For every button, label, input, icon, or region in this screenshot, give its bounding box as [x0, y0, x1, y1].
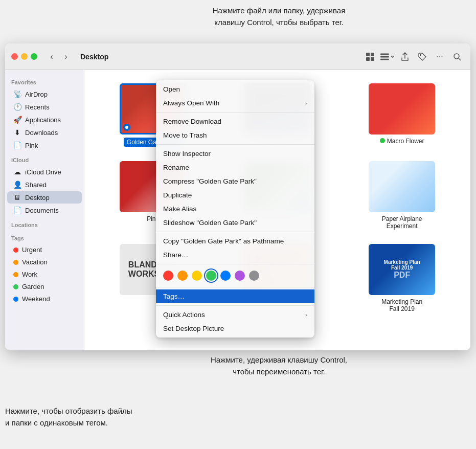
- color-orange[interactable]: [177, 271, 188, 281]
- icon-view-button[interactable]: [363, 50, 377, 64]
- ctx-show-inspector[interactable]: Show Inspector: [156, 147, 314, 161]
- ctx-section-quick: Quick Actions › Set Desktop Picture: [156, 306, 314, 338]
- svg-rect-2: [366, 57, 370, 61]
- ctx-section-colors: [156, 264, 314, 287]
- icloud-drive-icon: ☁: [13, 168, 21, 176]
- more-button[interactable]: ···: [433, 50, 447, 64]
- sidebar-item-label: Urgent: [22, 246, 42, 254]
- color-green[interactable]: [206, 271, 216, 281]
- selected-badge: [123, 124, 130, 131]
- sidebar-item-icloud-drive[interactable]: ☁ iCloud Drive: [7, 166, 82, 178]
- weekend-tag-dot: [13, 297, 18, 302]
- search-button[interactable]: [450, 50, 464, 64]
- sidebar-item-downloads[interactable]: ⬇ Downloads: [7, 126, 82, 139]
- color-red[interactable]: [163, 271, 173, 281]
- sidebar-item-label: AirDrop: [25, 91, 48, 98]
- icloud-label: iCloud: [5, 152, 84, 165]
- tags-label: Tags: [5, 230, 84, 243]
- desktop-icon: 🖥: [13, 193, 21, 201]
- sidebar-item-desktop[interactable]: 🖥 Desktop: [7, 191, 82, 204]
- locations-label: Locations: [5, 217, 84, 230]
- svg-point-7: [454, 54, 459, 59]
- ctx-section-open: Open Always Open With ›: [156, 80, 314, 113]
- svg-rect-5: [380, 56, 389, 57]
- ctx-share[interactable]: Share…: [156, 248, 314, 262]
- finder-body: Favorites 📡 AirDrop 🕐 Recents 🚀 Applicat…: [5, 70, 470, 350]
- ctx-compress[interactable]: Compress "Golden Gate Park": [156, 174, 314, 188]
- sidebar-item-label: iCloud Drive: [25, 168, 61, 176]
- sidebar-item-label: Downloads: [25, 129, 58, 137]
- color-gray[interactable]: [249, 271, 259, 281]
- ctx-move-to-trash[interactable]: Move to Trash: [156, 128, 314, 142]
- ctx-colors-row: [156, 266, 314, 285]
- annotation-bottom-left: Нажмите, чтобы отобразить файлы и папки …: [5, 406, 476, 429]
- sidebar-item-label: Pink: [25, 142, 38, 149]
- sidebar-item-label: Documents: [25, 207, 59, 214]
- file-label: Macro Flower: [380, 138, 424, 145]
- ctx-section-share: Copy "Golden Gate Park" as Pathname Shar…: [156, 232, 314, 264]
- urgent-tag-dot: [13, 248, 18, 253]
- svg-rect-6: [380, 58, 389, 60]
- sidebar-item-work[interactable]: Work: [7, 268, 82, 280]
- close-button[interactable]: [11, 53, 18, 60]
- svg-rect-4: [380, 53, 389, 55]
- ctx-make-alias[interactable]: Make Alias: [156, 202, 314, 216]
- ctx-tags[interactable]: Tags…: [156, 289, 314, 303]
- sidebar-item-shared[interactable]: 👤 Shared: [7, 178, 82, 191]
- minimize-button[interactable]: [21, 53, 28, 60]
- sidebar-item-label: Recents: [25, 103, 50, 111]
- submenu-arrow-icon: ›: [305, 311, 307, 319]
- green-dot-icon: [380, 138, 385, 143]
- list-view-button[interactable]: [380, 50, 395, 64]
- tag-button[interactable]: [415, 50, 429, 64]
- sidebar-item-applications[interactable]: 🚀 Applications: [7, 114, 82, 126]
- main-content: Golden Gate Par… Light Display 03 Macro …: [84, 70, 470, 350]
- sidebar: Favorites 📡 AirDrop 🕐 Recents 🚀 Applicat…: [5, 70, 84, 350]
- sidebar-item-weekend[interactable]: Weekend: [7, 293, 82, 305]
- documents-icon: 📄: [13, 206, 21, 214]
- submenu-arrow-icon: ›: [305, 100, 307, 107]
- sidebar-item-label: Desktop: [25, 194, 50, 201]
- sidebar-item-recents[interactable]: 🕐 Recents: [7, 101, 82, 113]
- sidebar-item-vacation[interactable]: Vacation: [7, 256, 82, 268]
- sidebar-item-documents[interactable]: 📄 Documents: [7, 204, 82, 216]
- svg-line-8: [459, 58, 461, 60]
- ctx-section-actions: Show Inspector Rename Compress "Golden G…: [156, 145, 314, 232]
- file-label: Marketing PlanFall 2019: [381, 298, 422, 312]
- context-menu: Open Always Open With › Remove Download …: [156, 80, 314, 338]
- ctx-section-trash: Remove Download Move to Trash: [156, 113, 314, 145]
- ctx-set-desktop[interactable]: Set Desktop Picture: [156, 322, 314, 335]
- ctx-duplicate[interactable]: Duplicate: [156, 188, 314, 202]
- airdrop-icon: 📡: [13, 90, 21, 98]
- file-item-pdf2[interactable]: Marketing Plan Fall 2019 PDF Marketing P…: [344, 241, 460, 316]
- sidebar-item-label: Vacation: [22, 258, 48, 266]
- pink-icon: 📄: [13, 141, 21, 149]
- sidebar-item-airdrop[interactable]: 📡 AirDrop: [7, 88, 82, 100]
- color-yellow[interactable]: [192, 271, 202, 281]
- finder-window: ‹ › Desktop ···: [5, 43, 470, 350]
- ctx-remove-download[interactable]: Remove Download: [156, 115, 314, 128]
- sidebar-item-pink[interactable]: 📄 Pink: [7, 139, 82, 151]
- file-item-macro-flower[interactable]: Macro Flower: [344, 80, 460, 150]
- share-button[interactable]: [398, 50, 412, 64]
- ctx-always-open-with[interactable]: Always Open With ›: [156, 96, 314, 110]
- sidebar-item-garden[interactable]: Garden: [7, 281, 82, 293]
- sidebar-item-label: Work: [22, 271, 37, 278]
- sidebar-item-urgent[interactable]: Urgent: [7, 244, 82, 256]
- ctx-quick-actions[interactable]: Quick Actions ›: [156, 308, 314, 322]
- ctx-copy-pathname[interactable]: Copy "Golden Gate Park" as Pathname: [156, 234, 314, 248]
- maximize-button[interactable]: [31, 53, 37, 60]
- ctx-open[interactable]: Open: [156, 82, 314, 96]
- color-purple[interactable]: [235, 271, 245, 281]
- file-item-paper-airplane[interactable]: Paper AirplaneExperiment: [344, 158, 460, 233]
- color-blue[interactable]: [220, 271, 231, 281]
- ctx-slideshow[interactable]: Slideshow "Golden Gate Park": [156, 216, 314, 230]
- annotation-bottom-center: Нажмите, удерживая клавишу Control, чтоб…: [82, 354, 476, 377]
- back-button[interactable]: ‹: [46, 51, 58, 63]
- applications-icon: 🚀: [13, 116, 21, 124]
- ctx-rename[interactable]: Rename: [156, 161, 314, 174]
- file-thumb-pdf2: Marketing Plan Fall 2019 PDF: [369, 244, 435, 295]
- file-thumb-paper-airplane: [369, 161, 435, 212]
- traffic-lights: [11, 53, 37, 60]
- forward-button[interactable]: ›: [60, 51, 72, 63]
